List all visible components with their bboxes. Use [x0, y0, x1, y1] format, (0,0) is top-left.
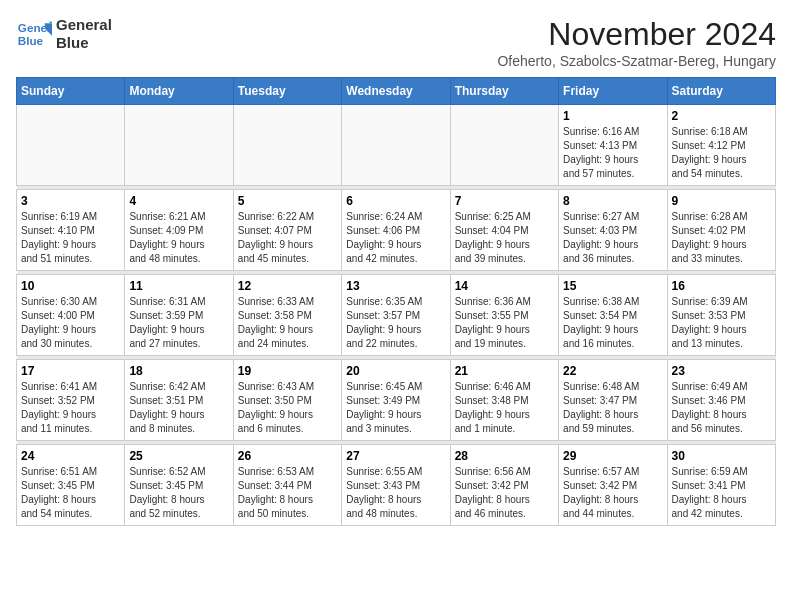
day-info: Sunrise: 6:39 AM Sunset: 3:53 PM Dayligh…: [672, 295, 771, 351]
day-number: 13: [346, 279, 445, 293]
title-area: November 2024 Ofeherto, Szabolcs-Szatmar…: [497, 16, 776, 69]
weekday-header: Thursday: [450, 78, 558, 105]
day-info: Sunrise: 6:45 AM Sunset: 3:49 PM Dayligh…: [346, 380, 445, 436]
day-info: Sunrise: 6:25 AM Sunset: 4:04 PM Dayligh…: [455, 210, 554, 266]
day-number: 4: [129, 194, 228, 208]
day-info: Sunrise: 6:18 AM Sunset: 4:12 PM Dayligh…: [672, 125, 771, 181]
day-number: 16: [672, 279, 771, 293]
weekday-header: Friday: [559, 78, 667, 105]
calendar-cell: 9Sunrise: 6:28 AM Sunset: 4:02 PM Daylig…: [667, 190, 775, 271]
day-number: 11: [129, 279, 228, 293]
svg-text:Blue: Blue: [18, 34, 44, 47]
day-number: 2: [672, 109, 771, 123]
day-number: 20: [346, 364, 445, 378]
day-number: 18: [129, 364, 228, 378]
day-number: 23: [672, 364, 771, 378]
calendar-cell: 4Sunrise: 6:21 AM Sunset: 4:09 PM Daylig…: [125, 190, 233, 271]
day-number: 3: [21, 194, 120, 208]
day-info: Sunrise: 6:33 AM Sunset: 3:58 PM Dayligh…: [238, 295, 337, 351]
calendar-cell: 21Sunrise: 6:46 AM Sunset: 3:48 PM Dayli…: [450, 360, 558, 441]
weekday-header: Wednesday: [342, 78, 450, 105]
calendar-cell: 12Sunrise: 6:33 AM Sunset: 3:58 PM Dayli…: [233, 275, 341, 356]
day-info: Sunrise: 6:48 AM Sunset: 3:47 PM Dayligh…: [563, 380, 662, 436]
day-number: 25: [129, 449, 228, 463]
calendar-cell: 16Sunrise: 6:39 AM Sunset: 3:53 PM Dayli…: [667, 275, 775, 356]
day-number: 14: [455, 279, 554, 293]
day-info: Sunrise: 6:41 AM Sunset: 3:52 PM Dayligh…: [21, 380, 120, 436]
calendar-cell: 19Sunrise: 6:43 AM Sunset: 3:50 PM Dayli…: [233, 360, 341, 441]
month-title: November 2024: [497, 16, 776, 53]
calendar-cell: 8Sunrise: 6:27 AM Sunset: 4:03 PM Daylig…: [559, 190, 667, 271]
day-info: Sunrise: 6:38 AM Sunset: 3:54 PM Dayligh…: [563, 295, 662, 351]
day-number: 24: [21, 449, 120, 463]
day-number: 21: [455, 364, 554, 378]
day-number: 1: [563, 109, 662, 123]
day-info: Sunrise: 6:55 AM Sunset: 3:43 PM Dayligh…: [346, 465, 445, 521]
weekday-header: Tuesday: [233, 78, 341, 105]
day-number: 10: [21, 279, 120, 293]
calendar-cell: 28Sunrise: 6:56 AM Sunset: 3:42 PM Dayli…: [450, 445, 558, 526]
calendar-cell: 29Sunrise: 6:57 AM Sunset: 3:42 PM Dayli…: [559, 445, 667, 526]
calendar-cell: 11Sunrise: 6:31 AM Sunset: 3:59 PM Dayli…: [125, 275, 233, 356]
calendar-cell: [17, 105, 125, 186]
calendar-cell: [450, 105, 558, 186]
calendar-cell: 10Sunrise: 6:30 AM Sunset: 4:00 PM Dayli…: [17, 275, 125, 356]
day-info: Sunrise: 6:35 AM Sunset: 3:57 PM Dayligh…: [346, 295, 445, 351]
calendar: SundayMondayTuesdayWednesdayThursdayFrid…: [16, 77, 776, 526]
logo-text-line1: General: [56, 16, 112, 34]
weekday-header: Sunday: [17, 78, 125, 105]
day-info: Sunrise: 6:22 AM Sunset: 4:07 PM Dayligh…: [238, 210, 337, 266]
weekday-header: Saturday: [667, 78, 775, 105]
day-info: Sunrise: 6:21 AM Sunset: 4:09 PM Dayligh…: [129, 210, 228, 266]
calendar-cell: 20Sunrise: 6:45 AM Sunset: 3:49 PM Dayli…: [342, 360, 450, 441]
calendar-cell: 1Sunrise: 6:16 AM Sunset: 4:13 PM Daylig…: [559, 105, 667, 186]
calendar-cell: 18Sunrise: 6:42 AM Sunset: 3:51 PM Dayli…: [125, 360, 233, 441]
day-number: 29: [563, 449, 662, 463]
weekday-header: Monday: [125, 78, 233, 105]
day-info: Sunrise: 6:56 AM Sunset: 3:42 PM Dayligh…: [455, 465, 554, 521]
calendar-week-row: 10Sunrise: 6:30 AM Sunset: 4:00 PM Dayli…: [17, 275, 776, 356]
location-title: Ofeherto, Szabolcs-Szatmar-Bereg, Hungar…: [497, 53, 776, 69]
day-number: 8: [563, 194, 662, 208]
day-number: 9: [672, 194, 771, 208]
calendar-cell: 25Sunrise: 6:52 AM Sunset: 3:45 PM Dayli…: [125, 445, 233, 526]
day-number: 15: [563, 279, 662, 293]
day-info: Sunrise: 6:27 AM Sunset: 4:03 PM Dayligh…: [563, 210, 662, 266]
day-info: Sunrise: 6:46 AM Sunset: 3:48 PM Dayligh…: [455, 380, 554, 436]
day-number: 22: [563, 364, 662, 378]
day-info: Sunrise: 6:16 AM Sunset: 4:13 PM Dayligh…: [563, 125, 662, 181]
day-info: Sunrise: 6:59 AM Sunset: 3:41 PM Dayligh…: [672, 465, 771, 521]
day-info: Sunrise: 6:28 AM Sunset: 4:02 PM Dayligh…: [672, 210, 771, 266]
calendar-cell: 7Sunrise: 6:25 AM Sunset: 4:04 PM Daylig…: [450, 190, 558, 271]
calendar-cell: 15Sunrise: 6:38 AM Sunset: 3:54 PM Dayli…: [559, 275, 667, 356]
calendar-cell: 17Sunrise: 6:41 AM Sunset: 3:52 PM Dayli…: [17, 360, 125, 441]
day-number: 28: [455, 449, 554, 463]
day-info: Sunrise: 6:52 AM Sunset: 3:45 PM Dayligh…: [129, 465, 228, 521]
day-number: 5: [238, 194, 337, 208]
day-info: Sunrise: 6:31 AM Sunset: 3:59 PM Dayligh…: [129, 295, 228, 351]
calendar-week-row: 3Sunrise: 6:19 AM Sunset: 4:10 PM Daylig…: [17, 190, 776, 271]
calendar-cell: 26Sunrise: 6:53 AM Sunset: 3:44 PM Dayli…: [233, 445, 341, 526]
day-info: Sunrise: 6:42 AM Sunset: 3:51 PM Dayligh…: [129, 380, 228, 436]
calendar-cell: 23Sunrise: 6:49 AM Sunset: 3:46 PM Dayli…: [667, 360, 775, 441]
calendar-cell: 13Sunrise: 6:35 AM Sunset: 3:57 PM Dayli…: [342, 275, 450, 356]
logo: General Blue General Blue: [16, 16, 112, 52]
calendar-cell: 3Sunrise: 6:19 AM Sunset: 4:10 PM Daylig…: [17, 190, 125, 271]
calendar-week-row: 1Sunrise: 6:16 AM Sunset: 4:13 PM Daylig…: [17, 105, 776, 186]
calendar-cell: 14Sunrise: 6:36 AM Sunset: 3:55 PM Dayli…: [450, 275, 558, 356]
day-info: Sunrise: 6:49 AM Sunset: 3:46 PM Dayligh…: [672, 380, 771, 436]
calendar-header-row: SundayMondayTuesdayWednesdayThursdayFrid…: [17, 78, 776, 105]
calendar-cell: 27Sunrise: 6:55 AM Sunset: 3:43 PM Dayli…: [342, 445, 450, 526]
calendar-cell: 30Sunrise: 6:59 AM Sunset: 3:41 PM Dayli…: [667, 445, 775, 526]
calendar-week-row: 24Sunrise: 6:51 AM Sunset: 3:45 PM Dayli…: [17, 445, 776, 526]
day-info: Sunrise: 6:30 AM Sunset: 4:00 PM Dayligh…: [21, 295, 120, 351]
day-info: Sunrise: 6:57 AM Sunset: 3:42 PM Dayligh…: [563, 465, 662, 521]
header: General Blue General Blue November 2024 …: [16, 16, 776, 69]
calendar-cell: 2Sunrise: 6:18 AM Sunset: 4:12 PM Daylig…: [667, 105, 775, 186]
day-number: 27: [346, 449, 445, 463]
day-number: 26: [238, 449, 337, 463]
logo-text-line2: Blue: [56, 34, 112, 52]
calendar-cell: [342, 105, 450, 186]
day-number: 6: [346, 194, 445, 208]
calendar-cell: [233, 105, 341, 186]
